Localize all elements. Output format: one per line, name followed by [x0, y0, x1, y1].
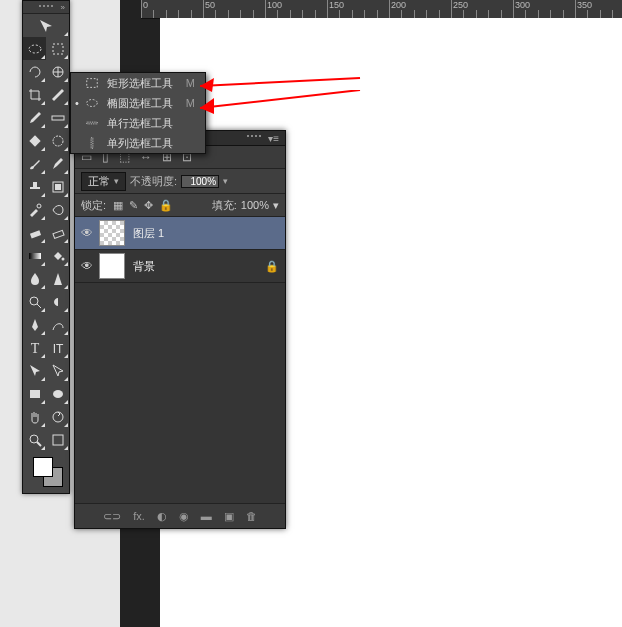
single-col-marquee-icon — [85, 136, 99, 150]
pen-tool[interactable] — [23, 313, 46, 336]
flyout-item-label: 椭圆选框工具 — [107, 96, 173, 111]
flyout-item-label: 矩形选框工具 — [107, 76, 173, 91]
move-tool[interactable] — [23, 14, 69, 37]
eraser-tool[interactable] — [23, 221, 46, 244]
layers-footer-icon[interactable]: 🗑 — [246, 510, 257, 522]
crop2-tool[interactable] — [46, 37, 69, 60]
gradient-tool[interactable] — [23, 244, 46, 267]
flyout-item-shortcut: M — [181, 77, 195, 89]
svg-rect-4 — [29, 135, 40, 146]
slice-tool[interactable] — [46, 83, 69, 106]
blend-mode-value: 正常 — [88, 174, 110, 189]
tools-panel-header[interactable]: » — [23, 1, 69, 14]
healing-tool[interactable] — [23, 129, 46, 152]
pattern-tool[interactable] — [46, 175, 69, 198]
notes-tool[interactable] — [46, 428, 69, 451]
sharpen-tool[interactable] — [46, 267, 69, 290]
chevron-down-icon[interactable]: ▾ — [273, 199, 279, 212]
lock-option-icon[interactable]: ▦ — [113, 199, 123, 211]
layer-name: 图层 1 — [133, 226, 265, 241]
svg-rect-21 — [87, 79, 98, 88]
art-history-tool[interactable] — [46, 198, 69, 221]
lock-label: 锁定: — [81, 198, 106, 213]
pencil-tool[interactable] — [46, 152, 69, 175]
history-brush-tool[interactable] — [23, 198, 46, 221]
panel-blend-row: 正常 ▾ 不透明度: 100% ▾ — [75, 169, 285, 194]
lock-option-icon[interactable]: 🔒 — [159, 199, 173, 211]
flyout-item[interactable]: 单列选框工具 — [71, 133, 205, 153]
blend-mode-select[interactable]: 正常 ▾ — [81, 172, 126, 191]
lock-option-icon[interactable]: ✥ — [144, 199, 153, 211]
opacity-input[interactable]: 100% — [181, 175, 219, 188]
lock-option-icon[interactable]: ✎ — [129, 199, 138, 211]
layers-footer-icon[interactable]: ▬ — [201, 510, 212, 522]
panel-lock-row: 锁定: ▦✎✥🔒 填充: 100% ▾ — [75, 194, 285, 217]
layers-footer-icon[interactable]: ▣ — [224, 510, 234, 523]
visibility-icon[interactable]: 👁 — [75, 259, 99, 273]
direct-select-tool[interactable] — [46, 359, 69, 382]
quick-select-tool[interactable] — [46, 60, 69, 83]
marquee-tool-flyout: 矩形选框工具M椭圆选框工具M单行选框工具单列选框工具 — [70, 72, 206, 154]
flyout-item-label: 单行选框工具 — [107, 116, 173, 131]
rect-marquee-icon — [85, 76, 99, 90]
layers-footer-icon[interactable]: ⊂⊃ — [103, 510, 121, 523]
blur-tool[interactable] — [23, 267, 46, 290]
layers-empty-area[interactable] — [75, 283, 285, 503]
layer-row[interactable]: 👁背景🔒 — [75, 250, 285, 283]
bg-eraser-tool[interactable] — [46, 221, 69, 244]
ellipse-marquee-icon — [85, 96, 99, 110]
color-swatches[interactable] — [23, 451, 69, 493]
svg-point-22 — [87, 100, 98, 107]
rotate-view-tool[interactable] — [46, 405, 69, 428]
layers-footer-icon[interactable]: ◉ — [179, 510, 189, 523]
stamp-tool[interactable] — [23, 175, 46, 198]
svg-point-5 — [53, 136, 63, 146]
flyout-item-label: 单列选框工具 — [107, 136, 173, 151]
ruler-tool[interactable] — [46, 106, 69, 129]
flyout-item[interactable]: 单行选框工具 — [71, 113, 205, 133]
path-select-tool[interactable] — [23, 359, 46, 382]
layers-list: 👁图层 1👁背景🔒 — [75, 217, 285, 283]
type-tool[interactable]: T — [23, 336, 46, 359]
svg-rect-24 — [91, 138, 93, 149]
ellipse-shape-tool[interactable] — [46, 382, 69, 405]
zoom-tool[interactable] — [23, 428, 46, 451]
freeform-pen-tool[interactable] — [46, 313, 69, 336]
svg-rect-20 — [53, 435, 63, 445]
layer-thumbnail[interactable] — [99, 220, 125, 246]
svg-point-13 — [30, 297, 38, 305]
crop-tool[interactable] — [23, 83, 46, 106]
patch-tool[interactable] — [46, 129, 69, 152]
layer-thumbnail[interactable] — [99, 253, 125, 279]
brush-tool[interactable] — [23, 152, 46, 175]
collapse-icon[interactable]: » — [61, 3, 65, 12]
tools-panel: » TIT — [22, 0, 70, 494]
fill-input[interactable]: 100% — [241, 199, 269, 211]
panel-menu-icon[interactable]: ▾≡ — [268, 133, 279, 144]
chevron-down-icon[interactable]: ▾ — [223, 176, 228, 186]
foreground-swatch[interactable] — [33, 457, 53, 477]
svg-point-8 — [37, 204, 41, 208]
vtype-tool[interactable]: IT — [46, 336, 69, 359]
flyout-item[interactable]: 椭圆选框工具M — [71, 93, 205, 113]
lasso-tool[interactable] — [23, 60, 46, 83]
layers-footer-icon[interactable]: ◐ — [157, 510, 167, 523]
eyedropper-tool[interactable] — [23, 106, 46, 129]
svg-rect-16 — [30, 390, 40, 398]
dodge-tool[interactable] — [23, 290, 46, 313]
svg-rect-7 — [55, 184, 61, 190]
svg-rect-3 — [52, 116, 64, 120]
rectangle-tool[interactable] — [23, 382, 46, 405]
hand-tool[interactable] — [23, 405, 46, 428]
burn-tool[interactable] — [46, 290, 69, 313]
svg-point-19 — [30, 435, 38, 443]
svg-rect-23 — [87, 122, 98, 124]
svg-point-12 — [61, 257, 64, 260]
bucket-tool[interactable] — [46, 244, 69, 267]
layer-row[interactable]: 👁图层 1 — [75, 217, 285, 250]
layers-footer-icon[interactable]: fx. — [133, 510, 145, 522]
flyout-item[interactable]: 矩形选框工具M — [71, 73, 205, 93]
svg-rect-9 — [29, 230, 40, 238]
marquee-tool[interactable] — [23, 37, 46, 60]
visibility-icon[interactable]: 👁 — [75, 226, 99, 240]
